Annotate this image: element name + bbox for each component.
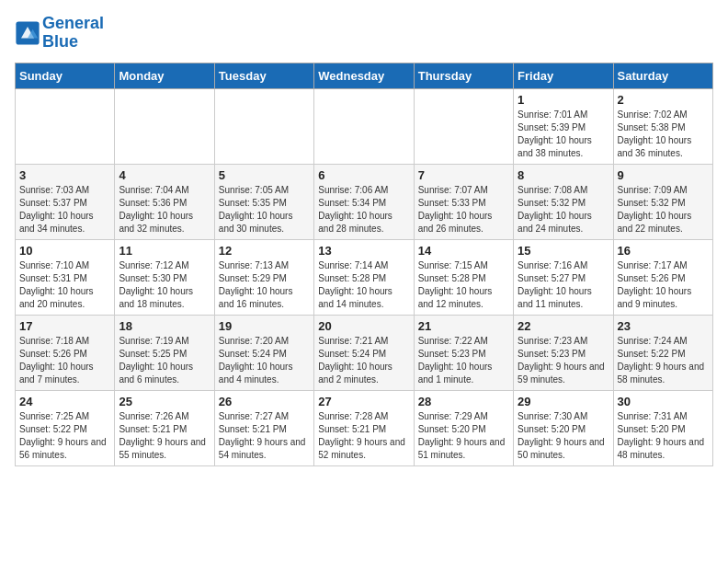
- calendar-cell: 7Sunrise: 7:07 AM Sunset: 5:33 PM Daylig…: [414, 164, 513, 239]
- page-header: General Blue: [15, 15, 713, 52]
- calendar-cell: [214, 88, 313, 164]
- day-info: Sunrise: 7:10 AM Sunset: 5:31 PM Dayligh…: [19, 259, 110, 311]
- day-info: Sunrise: 7:12 AM Sunset: 5:30 PM Dayligh…: [119, 259, 210, 311]
- day-info: Sunrise: 7:01 AM Sunset: 5:39 PM Dayligh…: [518, 109, 609, 160]
- calendar-cell: 5Sunrise: 7:05 AM Sunset: 5:35 PM Daylig…: [214, 164, 313, 239]
- day-info: Sunrise: 7:07 AM Sunset: 5:33 PM Dayligh…: [418, 184, 509, 236]
- calendar-cell: 23Sunrise: 7:24 AM Sunset: 5:22 PM Dayli…: [613, 315, 712, 390]
- calendar-table: SundayMondayTuesdayWednesdayThursdayFrid…: [15, 63, 713, 466]
- day-number: 5: [219, 168, 310, 182]
- day-number: 1: [518, 93, 609, 107]
- day-number: 4: [119, 168, 210, 182]
- calendar-cell: [16, 88, 115, 164]
- day-number: 23: [618, 319, 709, 333]
- day-number: 11: [119, 244, 210, 258]
- calendar-cell: 26Sunrise: 7:27 AM Sunset: 5:21 PM Dayli…: [214, 390, 313, 465]
- calendar-cell: 18Sunrise: 7:19 AM Sunset: 5:25 PM Dayli…: [115, 315, 214, 390]
- day-number: 16: [618, 244, 709, 258]
- logo-general: General: [42, 14, 104, 32]
- calendar-week-row: 17Sunrise: 7:18 AM Sunset: 5:26 PM Dayli…: [16, 315, 713, 390]
- calendar-week-row: 3Sunrise: 7:03 AM Sunset: 5:37 PM Daylig…: [16, 164, 713, 239]
- day-number: 24: [19, 395, 110, 408]
- calendar-header-row: SundayMondayTuesdayWednesdayThursdayFrid…: [16, 63, 713, 88]
- weekday-header: Saturday: [613, 63, 712, 88]
- calendar-week-row: 24Sunrise: 7:25 AM Sunset: 5:22 PM Dayli…: [16, 390, 713, 465]
- day-info: Sunrise: 7:16 AM Sunset: 5:27 PM Dayligh…: [518, 259, 609, 311]
- calendar-cell: [115, 88, 214, 164]
- day-info: Sunrise: 7:08 AM Sunset: 5:32 PM Dayligh…: [518, 184, 609, 236]
- day-number: 15: [518, 244, 609, 258]
- day-info: Sunrise: 7:22 AM Sunset: 5:23 PM Dayligh…: [418, 335, 509, 386]
- day-number: 3: [19, 168, 110, 182]
- day-number: 22: [518, 319, 609, 333]
- day-info: Sunrise: 7:20 AM Sunset: 5:24 PM Dayligh…: [219, 335, 310, 386]
- day-info: Sunrise: 7:19 AM Sunset: 5:25 PM Dayligh…: [119, 335, 210, 386]
- day-info: Sunrise: 7:02 AM Sunset: 5:38 PM Dayligh…: [618, 109, 709, 160]
- logo-blue: Blue: [42, 32, 78, 51]
- calendar-cell: 30Sunrise: 7:31 AM Sunset: 5:20 PM Dayli…: [613, 390, 712, 465]
- day-info: Sunrise: 7:31 AM Sunset: 5:20 PM Dayligh…: [618, 410, 709, 462]
- calendar-cell: 24Sunrise: 7:25 AM Sunset: 5:22 PM Dayli…: [16, 390, 115, 465]
- day-info: Sunrise: 7:04 AM Sunset: 5:36 PM Dayligh…: [119, 184, 210, 236]
- day-info: Sunrise: 7:15 AM Sunset: 5:28 PM Dayligh…: [418, 259, 509, 311]
- calendar-cell: 3Sunrise: 7:03 AM Sunset: 5:37 PM Daylig…: [16, 164, 115, 239]
- calendar-cell: 9Sunrise: 7:09 AM Sunset: 5:32 PM Daylig…: [613, 164, 712, 239]
- calendar-cell: 19Sunrise: 7:20 AM Sunset: 5:24 PM Dayli…: [214, 315, 313, 390]
- day-info: Sunrise: 7:29 AM Sunset: 5:20 PM Dayligh…: [418, 410, 509, 462]
- day-number: 6: [318, 168, 409, 182]
- day-number: 7: [418, 168, 509, 182]
- day-info: Sunrise: 7:25 AM Sunset: 5:22 PM Dayligh…: [19, 410, 110, 462]
- calendar-cell: 21Sunrise: 7:22 AM Sunset: 5:23 PM Dayli…: [414, 315, 513, 390]
- calendar-cell: 8Sunrise: 7:08 AM Sunset: 5:32 PM Daylig…: [514, 164, 613, 239]
- calendar-cell: 28Sunrise: 7:29 AM Sunset: 5:20 PM Dayli…: [414, 390, 513, 465]
- day-number: 21: [418, 319, 509, 333]
- day-info: Sunrise: 7:24 AM Sunset: 5:22 PM Dayligh…: [618, 335, 709, 386]
- calendar-body: 1Sunrise: 7:01 AM Sunset: 5:39 PM Daylig…: [16, 88, 713, 465]
- day-number: 10: [19, 244, 110, 258]
- day-info: Sunrise: 7:28 AM Sunset: 5:21 PM Dayligh…: [318, 410, 409, 462]
- calendar-cell: [414, 88, 513, 164]
- calendar-cell: 27Sunrise: 7:28 AM Sunset: 5:21 PM Dayli…: [314, 390, 414, 465]
- calendar-cell: 20Sunrise: 7:21 AM Sunset: 5:24 PM Dayli…: [314, 315, 414, 390]
- calendar-cell: [314, 88, 414, 164]
- calendar-cell: 25Sunrise: 7:26 AM Sunset: 5:21 PM Dayli…: [115, 390, 214, 465]
- calendar-cell: 1Sunrise: 7:01 AM Sunset: 5:39 PM Daylig…: [514, 88, 613, 164]
- calendar-cell: 12Sunrise: 7:13 AM Sunset: 5:29 PM Dayli…: [214, 239, 313, 315]
- day-info: Sunrise: 7:06 AM Sunset: 5:34 PM Dayligh…: [318, 184, 409, 236]
- calendar-cell: 13Sunrise: 7:14 AM Sunset: 5:28 PM Dayli…: [314, 239, 414, 315]
- day-number: 2: [618, 93, 709, 107]
- day-info: Sunrise: 7:21 AM Sunset: 5:24 PM Dayligh…: [318, 335, 409, 386]
- calendar-week-row: 1Sunrise: 7:01 AM Sunset: 5:39 PM Daylig…: [16, 88, 713, 164]
- logo-icon: [15, 20, 40, 46]
- day-info: Sunrise: 7:30 AM Sunset: 5:20 PM Dayligh…: [518, 410, 609, 462]
- calendar-cell: 10Sunrise: 7:10 AM Sunset: 5:31 PM Dayli…: [16, 239, 115, 315]
- day-info: Sunrise: 7:18 AM Sunset: 5:26 PM Dayligh…: [19, 335, 110, 386]
- day-info: Sunrise: 7:26 AM Sunset: 5:21 PM Dayligh…: [119, 410, 210, 462]
- day-info: Sunrise: 7:09 AM Sunset: 5:32 PM Dayligh…: [618, 184, 709, 236]
- day-number: 8: [518, 168, 609, 182]
- day-number: 25: [119, 395, 210, 408]
- weekday-header: Tuesday: [214, 63, 313, 88]
- day-info: Sunrise: 7:17 AM Sunset: 5:26 PM Dayligh…: [618, 259, 709, 311]
- calendar-cell: 14Sunrise: 7:15 AM Sunset: 5:28 PM Dayli…: [414, 239, 513, 315]
- day-number: 29: [518, 395, 609, 408]
- day-number: 17: [19, 319, 110, 333]
- calendar-cell: 22Sunrise: 7:23 AM Sunset: 5:23 PM Dayli…: [514, 315, 613, 390]
- calendar-cell: 4Sunrise: 7:04 AM Sunset: 5:36 PM Daylig…: [115, 164, 214, 239]
- calendar-cell: 29Sunrise: 7:30 AM Sunset: 5:20 PM Dayli…: [514, 390, 613, 465]
- day-number: 18: [119, 319, 210, 333]
- day-number: 27: [318, 395, 409, 408]
- calendar-week-row: 10Sunrise: 7:10 AM Sunset: 5:31 PM Dayli…: [16, 239, 713, 315]
- calendar-cell: 15Sunrise: 7:16 AM Sunset: 5:27 PM Dayli…: [514, 239, 613, 315]
- calendar-cell: 11Sunrise: 7:12 AM Sunset: 5:30 PM Dayli…: [115, 239, 214, 315]
- day-number: 26: [219, 395, 310, 408]
- day-info: Sunrise: 7:13 AM Sunset: 5:29 PM Dayligh…: [219, 259, 310, 311]
- day-number: 13: [318, 244, 409, 258]
- day-info: Sunrise: 7:14 AM Sunset: 5:28 PM Dayligh…: [318, 259, 409, 311]
- day-number: 28: [418, 395, 509, 408]
- calendar-cell: 2Sunrise: 7:02 AM Sunset: 5:38 PM Daylig…: [613, 88, 712, 164]
- day-info: Sunrise: 7:23 AM Sunset: 5:23 PM Dayligh…: [518, 335, 609, 386]
- calendar-cell: 6Sunrise: 7:06 AM Sunset: 5:34 PM Daylig…: [314, 164, 414, 239]
- weekday-header: Sunday: [16, 63, 115, 88]
- calendar-cell: 16Sunrise: 7:17 AM Sunset: 5:26 PM Dayli…: [613, 239, 712, 315]
